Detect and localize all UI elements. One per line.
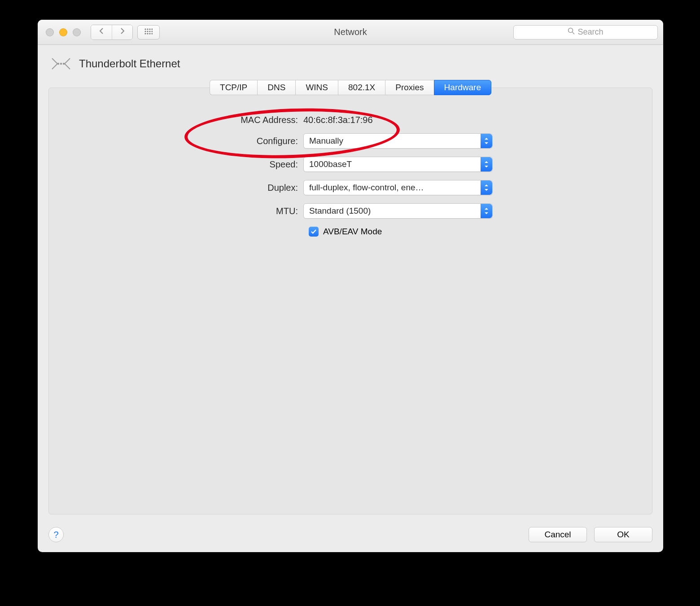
svg-point-3 bbox=[151, 28, 153, 30]
tab-tcpip[interactable]: TCP/IP bbox=[210, 80, 257, 95]
row-avb: AVB/EAV Mode bbox=[309, 227, 514, 237]
row-mac-address: MAC Address: 40:6c:8f:3a:17:96 bbox=[187, 115, 514, 125]
configure-popup[interactable]: Manually bbox=[303, 133, 493, 149]
svg-point-10 bbox=[149, 33, 150, 34]
settings-sheet: TCP/IP DNS WINS 802.1X Proxies Hardware … bbox=[48, 80, 652, 514]
hardware-panel: MAC Address: 40:6c:8f:3a:17:96 Configure… bbox=[48, 88, 652, 514]
duplex-label: Duplex: bbox=[187, 183, 303, 193]
mac-address-value: 40:6c:8f:3a:17:96 bbox=[303, 115, 514, 125]
interface-name: Thunderbolt Ethernet bbox=[79, 57, 180, 70]
tab-dns[interactable]: DNS bbox=[257, 80, 295, 95]
tabs: TCP/IP DNS WINS 802.1X Proxies Hardware bbox=[210, 80, 491, 95]
grid-icon bbox=[144, 28, 153, 36]
tab-hardware[interactable]: Hardware bbox=[434, 80, 491, 95]
popup-arrows-icon bbox=[481, 134, 492, 148]
svg-point-4 bbox=[144, 31, 146, 32]
hardware-form: MAC Address: 40:6c:8f:3a:17:96 Configure… bbox=[187, 115, 514, 237]
svg-point-2 bbox=[149, 28, 150, 30]
tab-8021x[interactable]: 802.1X bbox=[338, 80, 385, 95]
search-placeholder: Search bbox=[578, 27, 603, 37]
speed-label: Speed: bbox=[187, 159, 303, 170]
window-controls bbox=[46, 28, 81, 36]
popup-arrows-icon bbox=[481, 157, 492, 171]
tab-proxies[interactable]: Proxies bbox=[385, 80, 433, 95]
speed-value: 1000baseT bbox=[309, 159, 352, 169]
row-mtu: MTU: Standard (1500) bbox=[187, 203, 514, 219]
back-button[interactable] bbox=[91, 25, 112, 40]
interface-header: Thunderbolt Ethernet bbox=[38, 45, 663, 80]
duplex-value: full-duplex, flow-control, ene… bbox=[309, 183, 424, 193]
popup-arrows-icon bbox=[481, 180, 492, 195]
ok-button[interactable]: OK bbox=[594, 527, 652, 542]
svg-point-7 bbox=[151, 31, 153, 32]
network-preferences-window: Network Search Thunderbolt Ethernet TCP/… bbox=[38, 20, 663, 552]
svg-point-1 bbox=[147, 28, 148, 30]
svg-point-15 bbox=[60, 63, 62, 65]
cancel-button[interactable]: Cancel bbox=[529, 527, 587, 542]
mac-address-label: MAC Address: bbox=[187, 115, 303, 125]
zoom-window-button[interactable] bbox=[73, 28, 81, 36]
svg-point-14 bbox=[57, 63, 59, 65]
mtu-popup[interactable]: Standard (1500) bbox=[303, 203, 493, 219]
configure-label: Configure: bbox=[187, 136, 303, 146]
mtu-label: MTU: bbox=[187, 206, 303, 216]
popup-arrows-icon bbox=[481, 204, 492, 218]
search-field[interactable]: Search bbox=[513, 25, 658, 40]
footer: ? Cancel OK bbox=[48, 527, 652, 542]
svg-line-13 bbox=[573, 32, 575, 35]
nav-back-forward bbox=[91, 25, 133, 40]
row-configure: Configure: Manually bbox=[187, 133, 514, 149]
titlebar: Network Search bbox=[38, 20, 663, 45]
tab-wins[interactable]: WINS bbox=[295, 80, 338, 95]
svg-point-0 bbox=[144, 28, 146, 30]
svg-point-12 bbox=[569, 28, 573, 33]
svg-point-5 bbox=[147, 31, 148, 32]
close-window-button[interactable] bbox=[46, 28, 54, 36]
row-duplex: Duplex: full-duplex, flow-control, ene… bbox=[187, 180, 514, 195]
duplex-popup[interactable]: full-duplex, flow-control, ene… bbox=[303, 180, 493, 195]
show-all-button[interactable] bbox=[137, 25, 160, 40]
svg-point-11 bbox=[151, 33, 153, 34]
speed-popup[interactable]: 1000baseT bbox=[303, 157, 493, 172]
forward-button[interactable] bbox=[112, 25, 132, 40]
svg-point-9 bbox=[147, 33, 148, 34]
svg-point-6 bbox=[149, 31, 150, 32]
row-speed: Speed: 1000baseT bbox=[187, 157, 514, 172]
mtu-value: Standard (1500) bbox=[309, 206, 371, 216]
svg-point-8 bbox=[144, 33, 146, 34]
search-icon bbox=[568, 27, 575, 37]
svg-point-16 bbox=[63, 63, 65, 65]
avb-label: AVB/EAV Mode bbox=[323, 227, 382, 237]
minimize-window-button[interactable] bbox=[59, 28, 67, 36]
configure-value: Manually bbox=[309, 136, 343, 146]
help-button[interactable]: ? bbox=[48, 527, 64, 542]
avb-checkbox[interactable] bbox=[309, 227, 319, 237]
ethernet-icon bbox=[49, 54, 73, 74]
